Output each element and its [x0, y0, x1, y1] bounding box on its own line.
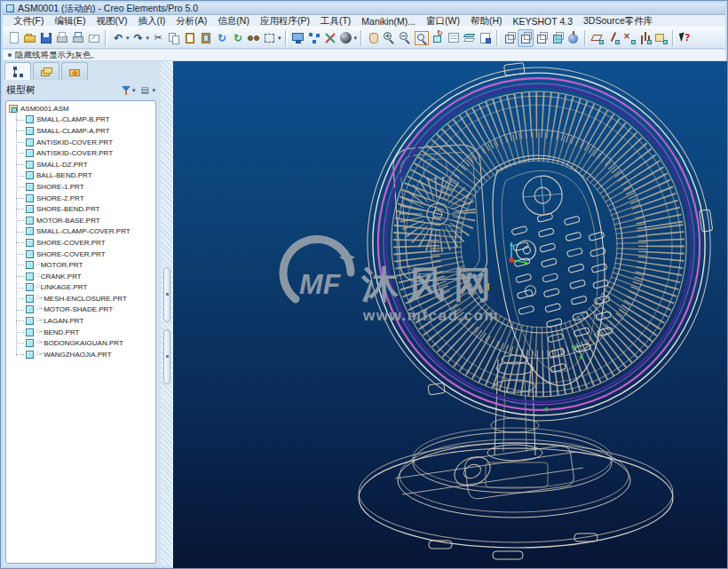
- select-box-button[interactable]: ▾: [262, 29, 282, 47]
- refit-button[interactable]: [414, 29, 430, 47]
- enhanced-realism-button[interactable]: [566, 29, 582, 47]
- menu-item[interactable]: 视图(V): [91, 15, 132, 28]
- new-file-button[interactable]: [6, 29, 22, 47]
- spin-pan-button[interactable]: [366, 29, 382, 47]
- redo-button[interactable]: ▾: [131, 29, 151, 47]
- tree-item[interactable]: SMALL-DZ.PRT: [16, 159, 155, 170]
- menu-item[interactable]: 工具(T): [315, 15, 356, 28]
- 3d-viewport[interactable]: MF 沐风网 www.mfcad.com: [173, 61, 725, 566]
- tree-settings-button[interactable]: ▾: [138, 83, 157, 98]
- tree-item[interactable]: □MOTOR.PRT: [16, 259, 155, 271]
- tree-item[interactable]: □+MOTOR-SHADE.PRT: [16, 304, 155, 316]
- display-settings-button[interactable]: [290, 29, 306, 47]
- tree-item-status-badge: □: [36, 273, 40, 278]
- tree-item-label: SMALL-CLAMP-B.PRT: [36, 115, 110, 123]
- print-preview-icon: [71, 31, 85, 45]
- model-tree-children: SMALL-CLAMP-B.PRTSMALL-CLAMP-A.PRTANTISK…: [16, 115, 155, 360]
- menu-item[interactable]: 文件(F): [8, 15, 49, 28]
- menu-item[interactable]: KEYSHOT 4.3: [508, 16, 579, 27]
- menu-item[interactable]: 插入(I): [132, 15, 170, 28]
- tree-item-status-badge: □+: [36, 317, 43, 322]
- context-help-button[interactable]: [677, 29, 693, 47]
- tree-item[interactable]: □+BEND.PRT: [16, 327, 155, 338]
- tree-item[interactable]: SMALL-CLAMP-COVER.PRT: [16, 226, 155, 238]
- tree-item[interactable]: SMALL-CLAMP-B.PRT: [16, 115, 155, 126]
- zoom-out-button[interactable]: [398, 29, 414, 47]
- model-tree[interactable]: ASM0001.ASM SMALL-CLAMP-B.PRTSMALL-CLAMP…: [5, 100, 156, 564]
- menu-item[interactable]: 分析(A): [170, 15, 212, 28]
- tree-item[interactable]: MOTOR-BASE.PRT: [16, 215, 155, 226]
- zoom-in-button[interactable]: [382, 29, 398, 47]
- undo-button[interactable]: ▾: [110, 29, 131, 47]
- print-button[interactable]: [54, 29, 70, 47]
- hidden-line-button[interactable]: [518, 29, 534, 47]
- tree-item[interactable]: SHORE-COVER.PRT: [16, 237, 155, 249]
- refit-icon: [415, 31, 429, 45]
- menu-item[interactable]: 编辑(E): [49, 15, 91, 28]
- tree-item[interactable]: □+BODONGKAIGUAN.PRT: [16, 337, 155, 349]
- tree-item[interactable]: □LINKAGE.PRT: [16, 282, 155, 294]
- send-mail-button[interactable]: [86, 29, 102, 47]
- app-icon: [6, 4, 14, 12]
- tree-item[interactable]: SHORE-BEND.PRT: [16, 203, 155, 215]
- no-hidden-button[interactable]: [534, 29, 550, 47]
- datum-planes-button[interactable]: [590, 29, 605, 47]
- view-manager-button[interactable]: [478, 29, 494, 47]
- shaded-button[interactable]: [550, 29, 566, 47]
- menu-item[interactable]: Manikin(M)...: [356, 16, 421, 27]
- menu-item[interactable]: 3DSource零件库: [578, 15, 658, 28]
- menu-item[interactable]: 帮助(H): [465, 15, 508, 28]
- tree-item[interactable]: SHORE-COVER.PRT: [16, 249, 155, 260]
- datum-axes-button[interactable]: [605, 29, 621, 47]
- tree-item[interactable]: □+MESH-ENCLOSURE.PRT: [16, 293, 155, 304]
- tree-item-label: SHORE-2.PRT: [36, 194, 84, 202]
- spin-center-button[interactable]: [322, 29, 338, 47]
- menu-item[interactable]: 窗口(W): [421, 15, 465, 28]
- tab-model-tree[interactable]: [4, 62, 31, 80]
- reorient-button[interactable]: [430, 29, 446, 47]
- menu-item[interactable]: 应用程序(P): [255, 15, 315, 28]
- tree-item[interactable]: SHORE-2.PRT: [16, 193, 155, 204]
- favorites-folder-icon: [68, 66, 81, 78]
- tree-item[interactable]: SHORE-1.PRT: [16, 181, 155, 193]
- tree-item[interactable]: ANTISKID-COVER.PRT: [16, 147, 155, 159]
- tree-item[interactable]: □CRANK.PRT: [16, 271, 155, 282]
- wireframe-button[interactable]: [502, 29, 518, 47]
- tree-item-label: □+BEND.PRT: [36, 328, 79, 336]
- panel-sash[interactable]: [161, 61, 173, 566]
- tab-favorites[interactable]: [61, 62, 88, 80]
- tree-item[interactable]: □+WANGZHAOJIA.PRT: [16, 349, 155, 360]
- regenerate-button[interactable]: [214, 29, 230, 47]
- spin-center-icon: [323, 31, 337, 45]
- save-button[interactable]: [38, 29, 54, 47]
- tree-item[interactable]: □+LAGAN.PRT: [16, 315, 155, 327]
- copy-button[interactable]: [166, 29, 182, 47]
- datum-points-button[interactable]: [621, 29, 637, 47]
- message-text: 隐藏线将显示为灰色。: [15, 50, 99, 61]
- layers-button[interactable]: [462, 29, 478, 47]
- tree-root-row[interactable]: ASM0001.ASM: [9, 103, 155, 115]
- cut-button[interactable]: [150, 29, 166, 47]
- open-button[interactable]: [22, 29, 38, 47]
- regenerate-set-button[interactable]: [230, 29, 246, 47]
- toolbar-separator: [672, 30, 675, 46]
- annotations-button[interactable]: [653, 29, 669, 47]
- tree-filters-button[interactable]: ▾: [119, 83, 138, 98]
- render-mode-button[interactable]: ▾: [338, 29, 359, 47]
- paste-button[interactable]: [182, 29, 198, 47]
- paste-special-button[interactable]: [198, 29, 214, 47]
- tree-item[interactable]: BALL-BEND.PRT: [16, 170, 155, 182]
- datum-csys-button[interactable]: [637, 29, 653, 47]
- sash-handle-top[interactable]: [163, 267, 170, 322]
- saved-views-button[interactable]: [446, 29, 462, 47]
- tree-item[interactable]: ANTISKID-COVER.PRT: [16, 137, 155, 148]
- paste-icon: [183, 31, 197, 45]
- tab-folder-browser[interactable]: [33, 62, 59, 80]
- part-icon: [26, 283, 34, 291]
- print-preview-button[interactable]: [70, 29, 86, 47]
- tree-item[interactable]: SMALL-CLAMP-A.PRT: [16, 125, 155, 137]
- find-button[interactable]: [246, 29, 262, 47]
- menu-item[interactable]: 信息(N): [212, 15, 255, 28]
- sash-handle-bottom[interactable]: [163, 329, 170, 384]
- datum-display-button[interactable]: [306, 29, 322, 47]
